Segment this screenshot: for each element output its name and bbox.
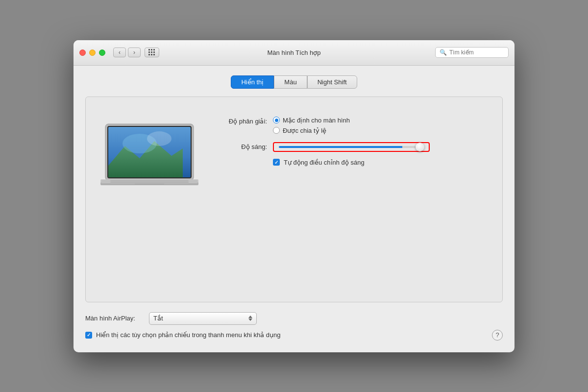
airplay-value: Tắt (153, 315, 163, 322)
radio-default-dot (275, 119, 278, 122)
traffic-lights (79, 49, 105, 56)
tab-night-shift[interactable]: Night Shift (307, 75, 357, 89)
airplay-select[interactable]: Tắt (149, 312, 257, 325)
show-options-checkbox[interactable]: ✓ (85, 332, 92, 339)
radio-default-circle[interactable] (273, 117, 280, 123)
auto-brightness-checkbox[interactable]: ✓ (273, 159, 280, 166)
grid-icon (148, 49, 155, 56)
airplay-label: Màn hình AirPlay: (85, 315, 144, 322)
brightness-row: Độ sáng: (218, 142, 492, 152)
search-box[interactable]: 🔍 (435, 47, 509, 58)
maximize-button[interactable] (99, 49, 105, 56)
airplay-row: Màn hình AirPlay: Tắt (85, 312, 503, 325)
brightness-label: Độ sáng: (218, 143, 267, 150)
show-options-checkmark-icon: ✓ (87, 332, 91, 338)
radio-default[interactable]: Mặc định cho màn hình (273, 117, 350, 124)
bottom-controls: Màn hình AirPlay: Tắt ✓ Hiển thị các tùy… (85, 312, 503, 341)
forward-button[interactable]: › (128, 48, 141, 57)
radio-group: Mặc định cho màn hình Được chia tỷ lệ (273, 117, 350, 134)
resolution-label: Độ phân giải: (218, 117, 267, 125)
resolution-row: Độ phân giải: Mặc định cho màn hình Được… (218, 117, 492, 134)
arrow-up-icon (248, 316, 252, 318)
laptop-svg (100, 122, 198, 197)
arrow-down-icon (248, 318, 252, 321)
laptop-image (96, 112, 203, 197)
svg-rect-11 (135, 183, 164, 185)
search-input[interactable] (449, 49, 504, 56)
svg-point-5 (147, 131, 172, 146)
settings-panel: Độ phân giải: Mặc định cho màn hình Được… (218, 112, 492, 166)
content-area: Hiển thị Màu Night Shift (74, 66, 514, 352)
search-icon: 🔍 (440, 49, 447, 56)
nav-buttons: ‹ › (113, 48, 159, 57)
radio-scaled-circle[interactable] (273, 127, 280, 134)
radio-scaled-label: Được chia tỷ lệ (283, 127, 326, 134)
help-button[interactable]: ? (492, 330, 503, 341)
brightness-slider-thumb[interactable] (416, 143, 424, 151)
svg-rect-9 (110, 180, 189, 181)
minimize-button[interactable] (89, 49, 96, 56)
grid-button[interactable] (145, 48, 159, 57)
svg-rect-10 (110, 182, 189, 183)
close-button[interactable] (79, 49, 86, 56)
back-button[interactable]: ‹ (113, 48, 126, 57)
main-window: ‹ › Màn hình Tích hợp 🔍 Hiển thị Màu Nig… (74, 40, 514, 352)
auto-brightness-label: Tự động điều chỉnh độ sáng (284, 159, 365, 166)
tab-hien-thi[interactable]: Hiển thị (231, 75, 274, 89)
select-arrow-icon (248, 316, 252, 321)
auto-brightness-row[interactable]: ✓ Tự động điều chỉnh độ sáng (273, 159, 492, 166)
tab-mau[interactable]: Màu (274, 75, 307, 89)
titlebar: ‹ › Màn hình Tích hợp 🔍 (74, 40, 514, 66)
main-panel: Độ phân giải: Mặc định cho màn hình Được… (85, 97, 503, 302)
brightness-slider-track[interactable] (279, 146, 424, 148)
radio-scaled[interactable]: Được chia tỷ lệ (273, 127, 350, 134)
tab-bar: Hiển thị Màu Night Shift (85, 75, 503, 89)
show-options-row[interactable]: ✓ Hiển thị các tùy chọn phản chiếu trong… (85, 330, 503, 341)
brightness-slider-container[interactable] (273, 142, 430, 152)
window-title: Màn hình Tích hợp (268, 49, 321, 56)
radio-default-label: Mặc định cho màn hình (283, 117, 350, 124)
show-options-label: Hiển thị các tùy chọn phản chiếu trong t… (96, 331, 280, 339)
checkmark-icon: ✓ (274, 160, 278, 165)
